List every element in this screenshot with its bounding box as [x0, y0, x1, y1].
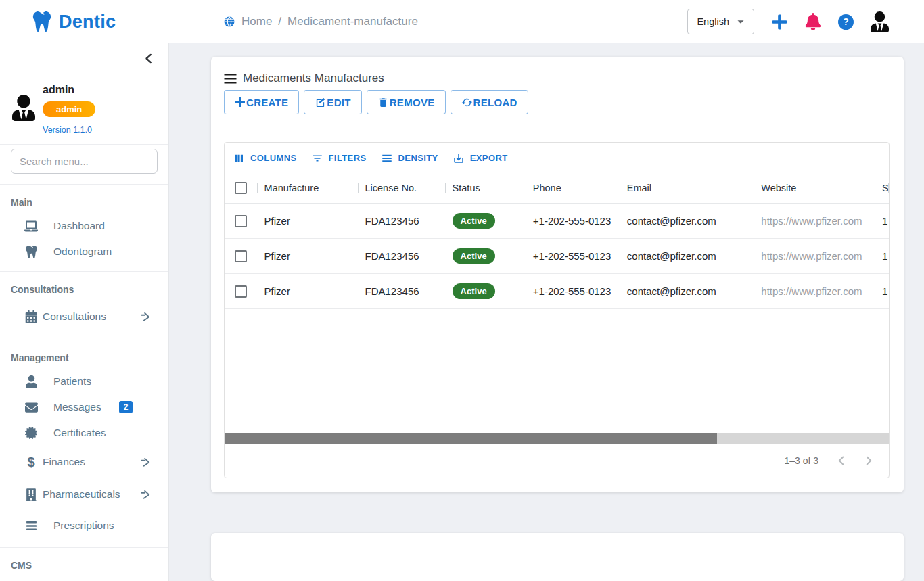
breadcrumb-separator: / — [278, 15, 281, 28]
section-label-management: Management — [0, 340, 168, 369]
cell-clipped: 1 — [875, 239, 889, 273]
add-button[interactable] — [771, 14, 788, 30]
section-label-cms: CMS — [0, 548, 168, 576]
help-button[interactable]: ? — [838, 14, 854, 30]
sidebar-item-cms[interactable]: CMS — [0, 576, 168, 581]
dollar-icon: $ — [24, 455, 38, 469]
edit-button[interactable]: EDIT — [304, 90, 361, 114]
column-header-website[interactable]: Website — [754, 173, 875, 203]
table-row[interactable]: Pfizer FDA123456 Active +1-202-555-0123 … — [225, 274, 889, 309]
remove-button[interactable]: REMOVE — [367, 90, 446, 114]
sidebar-item-pharmaceuticals[interactable]: Pharmaceuticals — [0, 478, 168, 511]
column-header-phone[interactable]: Phone — [526, 173, 620, 203]
data-grid: COLUMNS FILTERS DENSITY — [224, 142, 890, 478]
cell-website[interactable]: https://www.pfizer.com — [754, 204, 875, 238]
breadcrumb-home-link[interactable]: Home — [241, 15, 272, 28]
row-checkbox[interactable] — [235, 250, 247, 262]
sidebar-item-dashboard[interactable]: Dashboard — [0, 213, 168, 239]
sidebar-item-label: Finances — [43, 456, 85, 468]
column-header-clipped[interactable]: S — [875, 173, 889, 203]
cell-license: FDA123456 — [359, 239, 446, 273]
sidebar-item-prescriptions[interactable]: Prescriptions — [0, 511, 168, 540]
menu-search-input[interactable] — [11, 149, 158, 174]
user-avatar-button[interactable] — [871, 11, 889, 32]
density-icon — [381, 152, 393, 164]
brand-logo[interactable]: Dentic — [32, 0, 116, 43]
reload-button[interactable]: RELOAD — [451, 90, 528, 114]
action-buttons: CREATE EDIT REMOVE RELOAD — [224, 90, 528, 114]
cell-manufacture: Pfizer — [258, 239, 359, 273]
cell-website[interactable]: https://www.pfizer.com — [754, 274, 875, 308]
column-header-email[interactable]: Email — [620, 173, 755, 203]
status-badge: Active — [453, 213, 495, 229]
language-select-value: English — [697, 16, 729, 27]
row-checkbox[interactable] — [235, 285, 247, 298]
manufactures-card: Medicaments Manufactures CREATE EDIT REM… — [211, 57, 904, 492]
sidebar-item-odontogram[interactable]: Odontogram — [0, 239, 168, 264]
expand-arrow-icon — [141, 312, 151, 322]
envelope-icon — [24, 401, 38, 414]
sidebar-item-label: Dashboard — [53, 220, 105, 232]
table-row[interactable]: Pfizer FDA123456 Active +1-202-555-0123 … — [225, 204, 889, 239]
sidebar-item-consultations[interactable]: Consultations — [0, 300, 168, 333]
profile-username: admin — [43, 84, 74, 96]
sidebar-item-label: Prescriptions — [53, 519, 114, 532]
cell-email: contact@pfizer.com — [620, 204, 755, 238]
section-label-consultations: Consultations — [0, 272, 168, 300]
cell-phone: +1-202-555-0123 — [526, 204, 620, 238]
column-header-status[interactable]: Status — [446, 173, 526, 203]
expand-arrow-icon — [141, 457, 151, 467]
column-header-license[interactable]: License No. — [359, 173, 446, 203]
sidebar-item-certificates[interactable]: Certificates — [0, 420, 168, 446]
sidebar-item-patients[interactable]: Patients — [0, 369, 168, 394]
export-button[interactable]: EXPORT — [448, 149, 512, 168]
globe-icon — [223, 16, 235, 28]
role-badge: admin — [43, 101, 95, 117]
pagination-range: 1–3 of 3 — [784, 455, 818, 466]
refresh-icon — [461, 97, 473, 108]
language-select[interactable]: English — [687, 9, 754, 34]
sidebar-profile: admin admin Version 1.1.0 — [0, 43, 168, 145]
sidebar-item-messages[interactable]: Messages 2 — [0, 394, 168, 420]
cell-website[interactable]: https://www.pfizer.com — [754, 239, 875, 273]
certificate-seal-icon — [24, 427, 38, 439]
columns-button[interactable]: COLUMNS — [229, 149, 301, 168]
cell-status: Active — [446, 274, 526, 308]
version-link[interactable]: Version 1.1.0 — [43, 125, 92, 135]
cell-phone: +1-202-555-0123 — [526, 274, 620, 308]
cell-status: Active — [446, 204, 526, 238]
page-title: Medicaments Manufactures — [224, 72, 384, 85]
cell-email: contact@pfizer.com — [620, 239, 755, 273]
laptop-icon — [24, 220, 38, 232]
sidebar-item-finances[interactable]: $ Finances — [0, 446, 168, 478]
cell-clipped: 1 — [875, 204, 889, 238]
top-app-bar: Dentic Home / Medicament-manufacture Eng… — [0, 0, 924, 43]
cell-license: FDA123456 — [359, 204, 446, 238]
cell-manufacture: Pfizer — [258, 274, 359, 308]
breadcrumb: Home / Medicament-manufacture — [223, 0, 418, 43]
select-all-checkbox[interactable] — [235, 182, 247, 194]
notifications-bell-button[interactable] — [805, 13, 821, 30]
topbar-actions: English ? — [687, 0, 889, 43]
header-checkbox-cell — [225, 173, 258, 203]
filters-button[interactable]: FILTERS — [307, 149, 371, 168]
horizontal-scrollbar[interactable] — [225, 433, 889, 444]
scrollbar-thumb[interactable] — [225, 433, 717, 444]
edit-pencil-icon — [315, 97, 326, 108]
main-content: Medicaments Manufactures CREATE EDIT REM… — [169, 43, 924, 581]
sidebar-item-label: Messages — [53, 401, 101, 413]
next-page-button[interactable] — [855, 447, 882, 474]
create-button[interactable]: CREATE — [224, 90, 299, 114]
person-icon — [24, 375, 38, 388]
breadcrumb-current: Medicament-manufacture — [287, 15, 418, 28]
row-checkbox[interactable] — [235, 215, 247, 227]
table-row[interactable]: Pfizer FDA123456 Active +1-202-555-0123 … — [225, 239, 889, 274]
sidebar-menu: Main Dashboard Odontogram Consultations … — [0, 185, 168, 581]
calendar-icon — [24, 310, 38, 323]
column-header-manufacture[interactable]: Manufacture — [258, 173, 359, 203]
user-avatar-icon — [871, 11, 889, 32]
status-badge: Active — [453, 248, 495, 264]
previous-page-button[interactable] — [828, 447, 855, 474]
sidebar-item-label: Odontogram — [53, 246, 112, 258]
density-button[interactable]: DENSITY — [377, 149, 442, 168]
